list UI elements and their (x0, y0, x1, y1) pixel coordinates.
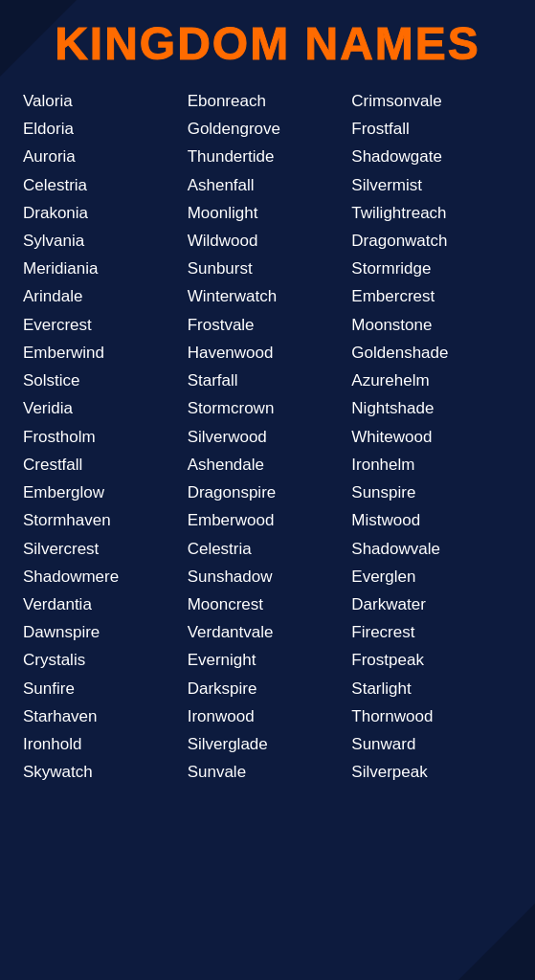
kingdom-name: Emberwood (188, 506, 348, 534)
kingdom-name: Goldenshade (351, 339, 512, 367)
kingdom-name: Wildwood (188, 227, 348, 255)
kingdom-name: Solstice (23, 367, 184, 394)
kingdom-name: Everglen (351, 563, 512, 590)
kingdom-name: Nightshade (351, 394, 512, 422)
kingdom-name: Auroria (23, 143, 184, 170)
kingdom-name: Dragonwatch (351, 227, 512, 255)
kingdom-name: Eldoria (23, 115, 184, 143)
kingdom-name: Veridia (23, 394, 184, 422)
kingdom-name: Evercrest (23, 311, 184, 339)
kingdom-name: Dragonspire (188, 479, 348, 506)
kingdom-name: Sunvale (188, 758, 348, 786)
kingdom-name: Stormhaven (23, 506, 184, 534)
kingdom-name: Thornwood (351, 702, 512, 730)
kingdom-name: Ebonreach (188, 87, 348, 115)
kingdom-name: Arindale (23, 282, 184, 310)
kingdom-name: Skywatch (23, 758, 184, 786)
kingdom-name: Stormridge (351, 255, 512, 282)
kingdom-name: Sunspire (351, 479, 512, 506)
kingdom-name: Ashenfall (188, 171, 348, 199)
kingdom-name: Firecrest (351, 618, 512, 646)
kingdom-name: Sunfire (23, 675, 184, 702)
kingdom-name: Sunward (351, 730, 512, 758)
kingdom-name: Verdantia (23, 590, 184, 618)
kingdom-name: Celestria (23, 171, 184, 199)
kingdom-name: Mistwood (351, 506, 512, 534)
kingdom-name: Stormcrown (188, 394, 348, 422)
kingdom-name: Valoria (23, 87, 184, 115)
corner-decoration-bottom-right (458, 903, 535, 980)
kingdom-name: Frostholm (23, 423, 184, 451)
kingdom-name: Shadowvale (351, 535, 512, 563)
kingdom-name: Sunburst (188, 255, 348, 282)
kingdom-name: Ironhelm (351, 451, 512, 479)
kingdom-name: Ashendale (188, 451, 348, 479)
names-grid: ValoriaEldoriaAuroriaCelestriaDrakoniaSy… (23, 87, 512, 787)
kingdom-name: Thundertide (188, 143, 348, 170)
kingdom-name: Moonlight (188, 199, 348, 227)
kingdom-name: Embercrest (351, 282, 512, 310)
kingdom-name: Shadowmere (23, 563, 184, 590)
names-column-3: CrimsonvaleFrostfallShadowgateSilvermist… (351, 87, 512, 787)
kingdom-name: Silverwood (188, 423, 348, 451)
kingdom-name: Goldengrove (188, 115, 348, 143)
kingdom-name: Mooncrest (188, 590, 348, 618)
names-column-2: EbonreachGoldengroveThundertideAshenfall… (188, 87, 348, 787)
kingdom-name: Emberglow (23, 479, 184, 506)
kingdom-name: Winterwatch (188, 282, 348, 310)
kingdom-name: Silverpeak (351, 758, 512, 786)
kingdom-name: Starlight (351, 675, 512, 702)
kingdom-name: Ironhold (23, 730, 184, 758)
kingdom-name: Dawnspire (23, 618, 184, 646)
kingdom-name: Crystalis (23, 646, 184, 674)
kingdom-name: Darkwater (351, 590, 512, 618)
kingdom-name: Havenwood (188, 339, 348, 367)
kingdom-name: Sunshadow (188, 563, 348, 590)
main-container: KINGDOM NAMES ValoriaEldoriaAuroriaCeles… (0, 0, 535, 810)
kingdom-name: Shadowgate (351, 143, 512, 170)
kingdom-name: Twilightreach (351, 199, 512, 227)
kingdom-name: Silvercrest (23, 535, 184, 563)
kingdom-name: Frostfall (351, 115, 512, 143)
kingdom-name: Darkspire (188, 675, 348, 702)
kingdom-name: Moonstone (351, 311, 512, 339)
kingdom-name: Azurehelm (351, 367, 512, 394)
kingdom-name: Whitewood (351, 423, 512, 451)
kingdom-name: Silvermist (351, 171, 512, 199)
kingdom-name: Frostpeak (351, 646, 512, 674)
kingdom-name: Crestfall (23, 451, 184, 479)
kingdom-name: Evernight (188, 646, 348, 674)
kingdom-name: Starhaven (23, 702, 184, 730)
kingdom-name: Frostvale (188, 311, 348, 339)
kingdom-name: Ironwood (188, 702, 348, 730)
kingdom-name: Emberwind (23, 339, 184, 367)
kingdom-name: Starfall (188, 367, 348, 394)
kingdom-name: Sylvania (23, 227, 184, 255)
kingdom-name: Crimsonvale (351, 87, 512, 115)
kingdom-name: Silverglade (188, 730, 348, 758)
kingdom-name: Celestria (188, 535, 348, 563)
kingdom-name: Verdantvale (188, 618, 348, 646)
kingdom-name: Meridiania (23, 255, 184, 282)
page-title: KINGDOM NAMES (23, 19, 512, 70)
kingdom-name: Drakonia (23, 199, 184, 227)
names-column-1: ValoriaEldoriaAuroriaCelestriaDrakoniaSy… (23, 87, 184, 787)
